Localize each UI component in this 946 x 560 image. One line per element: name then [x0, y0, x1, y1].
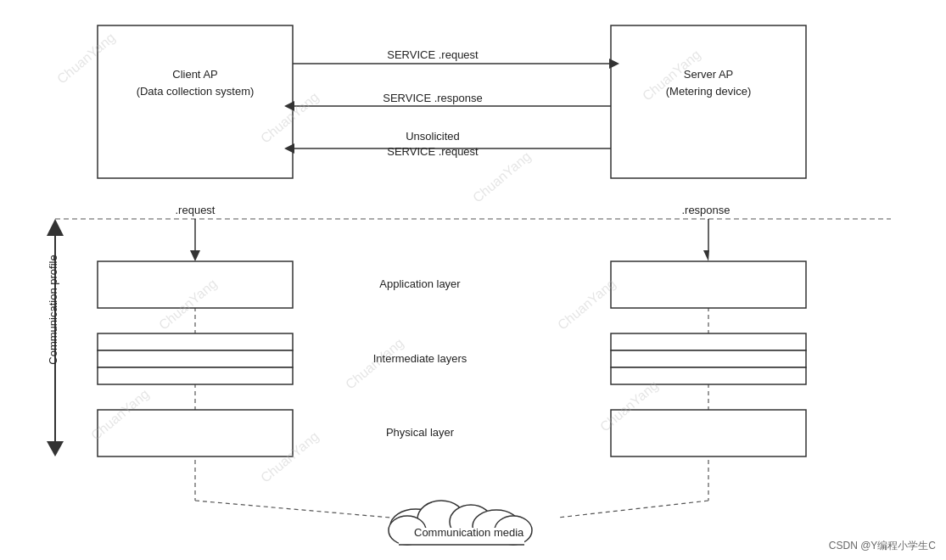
application-layer-label: Application layer [314, 277, 526, 290]
physical-layer-label: Physical layer [314, 426, 526, 439]
svg-rect-20 [611, 333, 806, 350]
svg-marker-26 [47, 441, 64, 456]
svg-marker-5 [284, 101, 294, 111]
svg-rect-24 [611, 410, 806, 456]
server-ap-title: Server AP [611, 68, 806, 81]
svg-line-38 [558, 501, 708, 518]
unsolicited-label: Unsolicited SERVICE .request [331, 129, 535, 160]
svg-rect-15 [98, 261, 293, 308]
communication-media-cloud: Communication media [365, 484, 551, 552]
request-label: .request [136, 204, 255, 216]
svg-rect-18 [98, 350, 293, 367]
communication-profile-label: Communication profile [47, 216, 59, 403]
diagram: Client AP (Data collection system) Serve… [0, 0, 946, 560]
svg-text:Communication media: Communication media [414, 526, 524, 539]
svg-marker-10 [190, 250, 200, 261]
svg-rect-0 [98, 25, 293, 178]
svg-rect-23 [98, 410, 293, 456]
svg-rect-16 [611, 261, 806, 308]
service-response-label: SERVICE .response [331, 92, 535, 104]
svg-rect-22 [611, 367, 806, 384]
footer-text: CSDN @Y编程小学生C [829, 539, 936, 553]
client-ap-subtitle: (Data collection system) [98, 85, 293, 98]
response-label: .response [647, 204, 765, 216]
svg-rect-19 [98, 367, 293, 384]
svg-marker-12 [703, 250, 709, 261]
svg-rect-17 [98, 333, 293, 350]
service-request-label: SERVICE .request [331, 48, 535, 61]
svg-line-37 [195, 501, 390, 518]
server-ap-subtitle: (Metering device) [611, 85, 806, 98]
intermediate-layers-label: Intermediate layers [314, 352, 526, 365]
svg-marker-7 [284, 143, 294, 154]
svg-rect-1 [611, 25, 806, 178]
svg-rect-21 [611, 350, 806, 367]
client-ap-title: Client AP [98, 68, 293, 81]
